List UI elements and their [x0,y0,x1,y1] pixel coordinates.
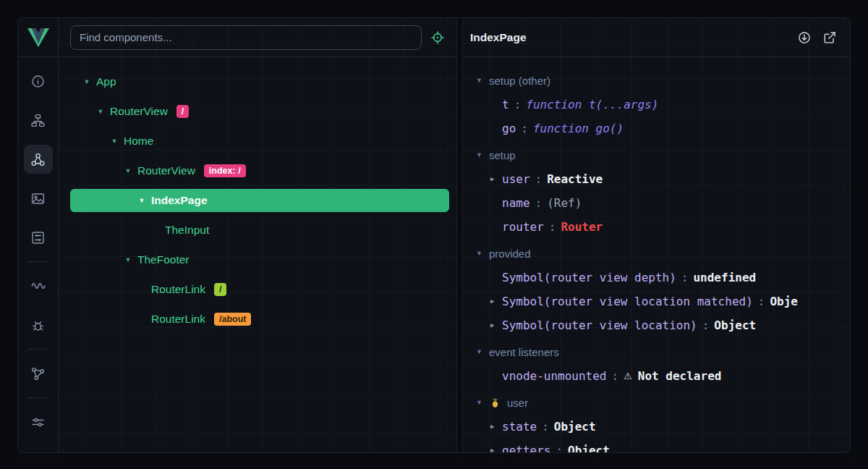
component-name: Home [124,135,153,148]
expand-caret-icon[interactable]: ▼ [123,168,133,174]
route-badge: index: / [204,164,246,178]
key-value-separator: : [556,444,563,452]
property-value: function go() [533,122,624,135]
expand-caret-icon[interactable]: ▼ [95,109,106,115]
property-key: getters [502,444,550,452]
inspector-panel: IndexPage ▼setup (other)▶t:function t(..… [462,18,850,452]
graph-icon[interactable] [24,359,53,388]
tree-node-routerview[interactable]: ▼RouterViewindex: / [70,159,449,182]
tree-node-routerview[interactable]: ▼RouterView/ [70,100,449,123]
section-label: setup (other) [489,75,550,87]
section-caret-icon: ▼ [476,349,483,355]
property-row[interactable]: ▶state:Object [476,415,850,439]
section-caret-icon: ▼ [476,152,483,159]
property-row[interactable]: ▶Symbol(router view location matched):Ob… [476,290,850,313]
components-icon[interactable] [24,145,53,174]
section-setup-other-[interactable]: ▼setup (other) [476,69,850,93]
inspect-target-icon[interactable] [430,30,445,45]
expand-arrow-icon[interactable]: ▶ [490,298,502,305]
key-value-separator: : [681,271,689,284]
panel-resize-handle[interactable] [457,18,462,452]
section-provided[interactable]: ▼provided [476,242,850,266]
tree-node-routerlink[interactable]: ▼RouterLink/ [70,278,449,301]
vue-logo[interactable] [18,18,58,57]
key-value-separator: : [542,420,549,434]
key-value-separator: : [521,122,528,135]
devtools-window: ▼App▼RouterView/▼Home▼RouterViewindex: /… [17,17,851,453]
expand-arrow-icon[interactable]: ▶ [490,176,502,182]
mixer-icon[interactable] [24,223,53,252]
section-event-listeners[interactable]: ▼event listeners [476,340,850,364]
component-name: TheFooter [137,253,190,266]
scroll-to-component-icon[interactable] [797,30,812,45]
key-value-separator: : [758,295,765,308]
property-row[interactable]: ▶router:Router [476,215,850,239]
tree-node-thefooter[interactable]: ▼TheFooter [70,248,449,271]
route-badge: / [176,105,189,119]
property-row[interactable]: ▶go:function go() [476,117,850,140]
property-key: name [502,196,530,210]
property-row[interactable]: ▶getters:Object [476,439,850,452]
section-label: provided [489,248,531,260]
tree-node-theinput[interactable]: ▼TheInput [70,219,449,242]
tree-node-home[interactable]: ▼Home [70,130,449,153]
property-value: function t(...args) [526,98,658,111]
component-name: TheInput [165,224,209,237]
property-row[interactable]: ▶name:(Ref) [476,191,850,215]
property-value: undefined [693,271,756,284]
section-caret-icon: ▼ [476,250,483,257]
waveform-icon[interactable] [24,271,53,300]
search-input[interactable] [80,31,412,43]
expand-arrow-icon[interactable]: ▶ [490,322,502,329]
property-key: Symbol(router view location) [502,318,697,332]
section-user[interactable]: ▼user [476,391,850,415]
property-row[interactable]: ▶t:function t(...args) [476,93,850,117]
property-key: Symbol(router view location matched) [502,295,753,308]
info-icon[interactable] [24,67,53,96]
inspector-header-icons [797,30,837,45]
tree-node-routerlink[interactable]: ▼RouterLink/about [70,308,449,331]
component-name: RouterLink [151,313,205,326]
key-value-separator: : [535,196,542,210]
tree-node-app[interactable]: ▼App [70,70,449,93]
filter-sliders-icon[interactable] [24,407,53,436]
image-icon[interactable] [24,184,53,213]
expand-arrow-icon[interactable]: ▶ [490,423,502,430]
property-row[interactable]: ▶user:Reactive [476,167,850,191]
tree-node-indexpage[interactable]: ▼IndexPage [70,189,449,212]
warning-icon: ⚠ [624,371,632,381]
property-value: Object [568,444,610,452]
inspector-header: IndexPage [463,18,850,57]
section-label: setup [489,149,516,161]
section-setup[interactable]: ▼setup [476,143,850,167]
expand-arrow-icon[interactable]: ▶ [490,447,502,452]
sidebar-items [18,57,58,441]
property-value: Object [714,318,756,332]
sidebar-divider [27,349,49,350]
hierarchy-icon[interactable] [24,106,53,135]
property-row[interactable]: ▶Symbol(router view depth):undefined [476,266,850,290]
expand-caret-icon[interactable]: ▼ [123,257,133,263]
components-panel: ▼App▼RouterView/▼Home▼RouterViewindex: /… [59,18,457,452]
vue-logo-icon [27,28,49,47]
key-value-separator: : [514,98,522,111]
component-name: RouterView [137,164,195,177]
property-value: Obje [770,295,798,308]
expand-caret-icon[interactable]: ▼ [82,79,92,85]
open-in-editor-icon[interactable] [822,30,837,45]
property-value: Object [554,420,596,434]
property-row[interactable]: ▶Symbol(router view location):Object [476,313,850,337]
expand-caret-icon[interactable]: ▼ [109,138,119,145]
property-key: state [502,420,537,434]
section-caret-icon: ▼ [476,77,483,84]
route-badge: / [214,283,226,297]
expand-caret-icon[interactable]: ▼ [137,198,147,204]
sidebar [18,18,59,452]
component-name: RouterView [110,105,168,118]
search-box[interactable] [70,25,422,50]
key-value-separator: : [549,220,556,234]
bug-icon[interactable] [24,310,53,339]
property-row[interactable]: ▶vnode-unmounted:⚠Not declared [476,364,850,388]
key-value-separator: : [535,172,542,186]
component-tree: ▼App▼RouterView/▼Home▼RouterViewindex: /… [59,57,456,452]
